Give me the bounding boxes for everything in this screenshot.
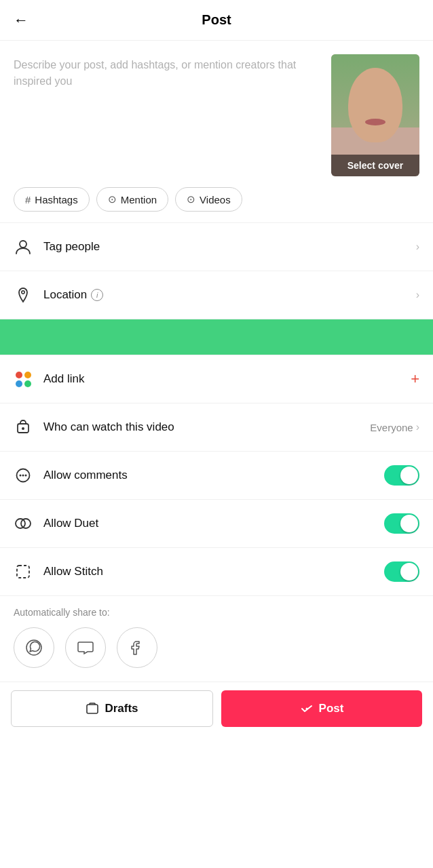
- allow-comments-label: Allow comments: [43, 469, 373, 482]
- messages-share-button[interactable]: [65, 627, 106, 668]
- drafts-button[interactable]: Drafts: [11, 690, 213, 727]
- allow-duet-row[interactable]: Allow Duet: [0, 500, 433, 547]
- location-icon: [14, 285, 33, 304]
- svg-point-1: [22, 291, 24, 294]
- tag-people-label: Tag people: [43, 240, 405, 254]
- header: ← Post: [0, 0, 433, 41]
- back-button[interactable]: ←: [14, 12, 29, 29]
- hashtags-label: Hashtags: [35, 194, 77, 205]
- who-can-watch-label: Who can watch this video: [43, 420, 359, 434]
- allow-stitch-row[interactable]: Allow Stitch: [0, 548, 433, 595]
- who-can-watch-icon: [14, 418, 33, 437]
- svg-point-13: [305, 708, 307, 710]
- tag-chips-row: # Hashtags ⊙ Mention ⊙ Videos: [0, 187, 433, 222]
- add-link-label: Add link: [43, 372, 400, 386]
- svg-point-6: [22, 475, 24, 477]
- svg-point-3: [22, 427, 24, 430]
- svg-rect-10: [17, 566, 29, 578]
- videos-chip[interactable]: ⊙ Videos: [175, 187, 242, 212]
- svg-rect-12: [87, 705, 98, 713]
- add-link-row[interactable]: Add link +: [0, 355, 433, 403]
- allow-comments-icon: [14, 466, 33, 485]
- share-label: Automatically share to:: [14, 607, 419, 618]
- who-can-watch-value: Everyone ›: [370, 421, 419, 433]
- tag-people-row[interactable]: Tag people ›: [0, 223, 433, 271]
- who-can-watch-row[interactable]: Who can watch this video Everyone ›: [0, 403, 433, 451]
- redacted-row: [0, 319, 433, 355]
- description-area: Describe your post, add hashtags, or men…: [0, 41, 433, 187]
- allow-comments-toggle[interactable]: [384, 465, 419, 486]
- whatsapp-share-button[interactable]: [14, 627, 54, 668]
- select-cover-label[interactable]: Select cover: [331, 155, 419, 176]
- share-icons-row: [14, 627, 419, 668]
- description-input[interactable]: Describe your post, add hashtags, or men…: [14, 54, 320, 90]
- svg-point-5: [20, 475, 22, 477]
- share-section: Automatically share to:: [0, 596, 433, 682]
- allow-duet-label: Allow Duet: [43, 517, 373, 530]
- allow-stitch-toggle[interactable]: [384, 561, 419, 582]
- cover-thumbnail[interactable]: Select cover: [331, 54, 419, 176]
- bottom-bar: Drafts Post: [0, 682, 433, 735]
- svg-point-0: [20, 241, 26, 248]
- location-chevron: ›: [416, 289, 419, 301]
- videos-icon: ⊙: [187, 193, 195, 205]
- mention-label: Mention: [121, 194, 157, 205]
- svg-point-9: [21, 519, 31, 528]
- mention-chip[interactable]: ⊙ Mention: [96, 187, 168, 212]
- allow-duet-icon: [14, 514, 33, 533]
- allow-duet-toggle[interactable]: [384, 513, 419, 534]
- tag-people-chevron: ›: [416, 241, 419, 253]
- location-label: Location i: [43, 288, 405, 302]
- page-title: Post: [202, 12, 231, 28]
- tag-people-icon: [14, 237, 33, 256]
- facebook-share-button[interactable]: [117, 627, 157, 668]
- videos-label: Videos: [200, 194, 231, 205]
- hashtags-chip[interactable]: # Hashtags: [14, 187, 90, 212]
- allow-comments-row[interactable]: Allow comments: [0, 452, 433, 499]
- svg-point-7: [25, 475, 27, 477]
- location-info-icon: i: [91, 289, 103, 301]
- allow-stitch-icon: [14, 562, 33, 581]
- allow-stitch-label: Allow Stitch: [43, 565, 373, 578]
- add-link-icon: [14, 370, 33, 389]
- post-button[interactable]: Post: [221, 690, 422, 727]
- svg-point-8: [16, 519, 25, 528]
- add-link-plus: +: [411, 370, 419, 388]
- mention-icon: ⊙: [108, 193, 117, 205]
- hashtag-icon: #: [25, 194, 31, 205]
- location-row[interactable]: Location i ›: [0, 271, 433, 319]
